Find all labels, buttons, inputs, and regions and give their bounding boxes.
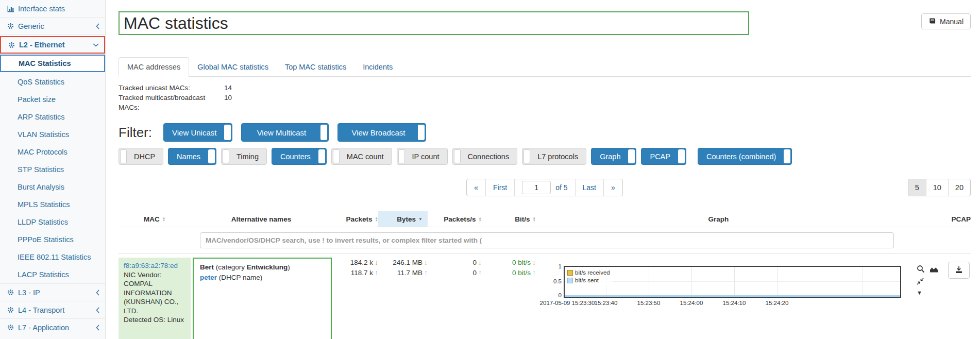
x-tick: 15:23:50 [637,300,661,306]
column-header-bytes[interactable]: Bytes ▼ [378,211,428,227]
page-size-20[interactable]: 20 [949,179,970,196]
column-header-mac[interactable]: MAC ▲▼ [119,211,191,227]
x-tick: 15:23:40 [595,300,618,306]
l7-protocols-toggle[interactable]: L7 protocols [522,148,586,165]
dhcp-name-line: peter (DHCP name) [200,273,325,283]
nic-vendor-value: COMPAL INFORMATION (KUNSHAN) CO., LTD. [124,280,179,315]
sidebar-item-generic[interactable]: Generic [0,18,105,35]
sidebar-item-mac-protocols[interactable]: MAC Protocols [0,143,105,161]
tab-incidents[interactable]: Incidents [354,58,401,76]
view-multicast-toggle[interactable]: View Multicast [241,123,329,142]
sidebar-item-packet-size[interactable]: Packet size [0,91,105,108]
manual-button[interactable]: Manual [921,13,971,29]
gridline-horizontal [565,281,900,282]
column-header-pcap: PCAP [901,211,971,227]
names-toggle[interactable]: Names [168,148,216,165]
sidebar-item-qos-statistics[interactable]: QoS Statistics [0,73,105,91]
tab-bar: MAC addresses Global MAC statistics Top … [119,57,971,77]
table-search-row [119,232,971,248]
zoom-icon[interactable] [917,265,925,273]
sidebar-item-interface-stats[interactable]: Interface stats [0,0,105,18]
compress-icon[interactable] [917,278,938,285]
first-page-button[interactable]: First [486,179,515,196]
book-icon [928,18,936,26]
detected-os-label: Detected OS: [124,316,165,324]
column-header-packets[interactable]: Packets ▲▼ [332,211,378,227]
sidebar-item-mpls-statistics[interactable]: MPLS Statistics [0,196,105,213]
page-number-box: of 5 [515,179,575,196]
tab-global-mac-statistics[interactable]: Global MAC statistics [189,58,277,76]
alternative-name-line: Bert (category Entwicklung) [200,262,325,273]
dhcp-toggle[interactable]: DHCP [119,148,163,165]
dhcp-name-link[interactable]: peter [200,274,217,281]
tab-top-mac-statistics[interactable]: Top MAC statistics [277,58,354,76]
sidebar-item-l2-ethernet[interactable]: L2 - Ethernet [0,36,105,54]
gridline [777,267,778,297]
alternative-names-cell: Bert (category Entwicklung) peter (DHCP … [193,258,332,339]
sidebar-item-label: MAC Statistics [19,59,71,67]
sidebar-item-l7-application[interactable]: L7 - Application [0,318,105,336]
row-actions-cell: ▼ [901,258,971,339]
view-broadcast-toggle[interactable]: View Broadcast [337,123,426,142]
x-tick: 15:24:20 [766,300,789,306]
tracked-macs-summary: Tracked unicast MACs: 14 Tracked multica… [119,83,971,112]
counters-toggle[interactable]: Counters [272,148,327,165]
sidebar-item-lldp-statistics[interactable]: LLDP Statistics [0,213,105,231]
header-row: MAC statistics Manual [119,11,971,35]
last-page-button[interactable]: Last [576,179,604,196]
pcap-toggle[interactable]: PCAP [641,148,686,165]
pagination-row: « First of 5 Last » 5 10 20 [119,179,971,196]
gridline [649,267,649,297]
sidebar-item-pppoe-statistics[interactable]: PPPoE Statistics [0,231,105,248]
ip-count-toggle[interactable]: IP count [397,148,448,165]
caret-down-icon[interactable]: ▼ [917,290,938,296]
sidebar-item-mac-statistics[interactable]: MAC Statistics [0,55,105,72]
page-of-label: of 5 [555,183,567,192]
gear-icon [7,42,16,48]
sidebar-item-vlan-statistics[interactable]: VLAN Statistics [0,126,105,143]
sidebar-item-label: L2 - Ethernet [19,41,65,49]
column-header-packets-per-s[interactable]: Packets/s ▲▼ [428,211,482,227]
graph-toggle[interactable]: Graph [591,148,636,165]
mac-count-toggle[interactable]: MAC count [331,148,392,165]
nic-vendor-label: NIC Vendor: [124,271,162,279]
sidebar-item-stp-statistics[interactable]: STP Statistics [0,161,105,178]
timing-toggle[interactable]: Timing [221,148,267,165]
x-tick: 15:24:10 [723,300,746,306]
sidebar-item-lacp-statistics[interactable]: LACP Statistics [0,266,105,283]
filter-label: Filter: [119,125,152,141]
column-header-bits-per-s[interactable]: Bit/s ▲▼ [482,211,536,227]
x-tick: 15:24:00 [680,300,703,306]
chevron-left-icon [95,290,100,296]
counters-combined-toggle[interactable]: Counters (combined) [698,148,792,165]
connections-toggle[interactable]: Connections [452,148,518,165]
chevron-left-icon [95,325,100,331]
column-header-alternative-names: Alternative names [191,211,332,227]
sidebar-item-ieee-80211-statistics[interactable]: IEEE 802.11 Statistics [0,248,105,266]
sidebar-item-burst-analysis[interactable]: Burst Analysis [0,178,105,196]
sidebar-item-l4-transport[interactable]: L4 - Transport [0,301,105,318]
page-size-5[interactable]: 5 [908,179,926,196]
graph-controls: ▼ [917,265,938,296]
page-size-10[interactable]: 10 [926,179,949,196]
prev-page-button[interactable]: « [467,179,486,196]
gridline [863,267,863,297]
sidebar-item-l3-ip[interactable]: L3 - IP [0,283,105,301]
gear-icon [6,307,15,313]
mac-search-input[interactable] [200,232,894,248]
x-tick: 2017-05-09 15:23:30 [540,300,595,306]
sidebar-item-arp-statistics[interactable]: ARP Statistics [0,108,105,126]
area-chart-icon[interactable] [930,265,938,273]
sidebar-item-label: Interface stats [18,5,65,13]
view-unicast-toggle[interactable]: View Unicast [163,123,232,142]
page-number-input[interactable] [522,181,551,194]
next-page-button[interactable]: » [604,179,622,196]
packets-cell: 184.2 k↓ 118.7 k↑ [332,258,378,279]
tracked-multicast-label: Tracked multicast/broadcast MACs: [119,93,224,112]
tab-mac-addresses[interactable]: MAC addresses [119,57,189,77]
pcap-download-button[interactable] [948,262,970,279]
gear-icon [6,23,15,29]
table-header-row: MAC ▲▼ Alternative names Packets ▲▼ Byte… [119,211,971,227]
mac-address-link[interactable]: f8:a9:63:a2:78:ed [124,262,178,269]
column-header-graph: Graph [536,211,901,227]
